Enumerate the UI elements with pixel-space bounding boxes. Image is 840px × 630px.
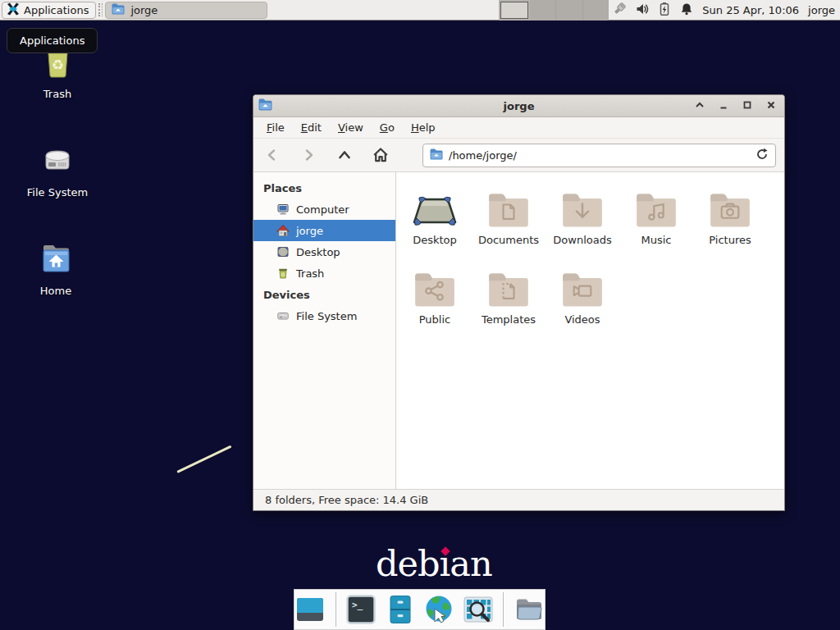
workspace-4[interactable] <box>583 0 609 21</box>
menu-view[interactable]: View <box>330 118 372 137</box>
desktop-icon-home[interactable]: Home <box>11 240 101 297</box>
reload-icon[interactable] <box>756 148 769 163</box>
status-text: 8 folders, Free space: 14.4 GiB <box>265 494 428 506</box>
menu-edit[interactable]: Edit <box>293 118 330 137</box>
sidebar-item-label: jorge <box>296 225 323 237</box>
debian-logo-text: deb <box>376 543 440 584</box>
volume-icon[interactable] <box>636 2 649 18</box>
svg-text:♻: ♻ <box>281 272 285 277</box>
file-item-label: Desktop <box>413 234 457 246</box>
sidebar-item-trash[interactable]: ♻ Trash <box>253 262 395 284</box>
file-view[interactable]: Desktop Documents <box>396 172 784 489</box>
sidebar: Places Computer jorge <box>253 172 396 489</box>
sidebar-item-label: Desktop <box>296 246 340 258</box>
bottom-dock: >_ <box>294 589 546 630</box>
applications-menu-label: Applications <box>24 4 89 16</box>
svg-text:♻: ♻ <box>52 57 64 73</box>
location-bar[interactable]: /home/jorge/ <box>422 144 776 167</box>
shade-button[interactable] <box>695 100 705 112</box>
app-finder-launcher[interactable] <box>463 593 495 626</box>
sidebar-item-label: Trash <box>296 267 324 280</box>
window-titlebar[interactable]: jorge <box>253 95 784 117</box>
home-icon <box>276 224 290 237</box>
desktop-icon-label: File System <box>27 186 88 199</box>
computer-icon <box>276 203 290 216</box>
terminal-launcher[interactable]: >_ <box>345 593 377 626</box>
pictures-folder-icon <box>709 184 751 228</box>
directory-menu-button[interactable] <box>513 593 545 626</box>
home-folder-icon <box>36 240 75 279</box>
sidebar-item-desktop[interactable]: Desktop <box>253 241 395 262</box>
harddrive-icon <box>38 141 77 180</box>
sidebar-item-jorge[interactable]: jorge <box>253 220 395 241</box>
file-item-label: Pictures <box>709 234 751 246</box>
public-folder-icon <box>413 263 456 308</box>
show-desktop-button[interactable] <box>294 593 326 626</box>
taskbar-window-label: jorge <box>130 4 158 16</box>
file-item-label: Public <box>419 313 450 326</box>
home-button[interactable] <box>372 145 390 165</box>
notifications-bell-icon[interactable] <box>680 2 693 18</box>
templates-folder-icon <box>487 263 530 308</box>
sidebar-item-label: File System <box>296 310 357 322</box>
file-item-templates[interactable]: Templates <box>472 263 546 343</box>
downloads-folder-icon <box>561 184 604 228</box>
desktop-icon-label: Trash <box>43 88 71 100</box>
desktop-icon-filesystem[interactable]: File System <box>12 141 103 199</box>
menu-help[interactable]: Help <box>403 118 444 137</box>
music-folder-icon <box>635 184 678 228</box>
battery-icon[interactable] <box>658 2 671 19</box>
statusbar: 8 folders, Free space: 14.4 GiB <box>253 489 784 510</box>
videos-folder-icon <box>561 263 604 308</box>
web-browser-launcher[interactable] <box>423 593 455 626</box>
sidebar-item-filesystem[interactable]: File System <box>253 305 395 326</box>
applications-tooltip: Applications <box>7 28 98 53</box>
workspace-switcher[interactable] <box>499 0 609 21</box>
taskbar-window-button[interactable]: jorge <box>105 2 267 19</box>
workspace-3[interactable] <box>556 0 583 21</box>
file-item-label: Documents <box>478 234 539 246</box>
back-button[interactable] <box>263 145 281 165</box>
file-manager-launcher[interactable] <box>384 593 416 626</box>
file-item-music[interactable]: Music <box>619 184 693 263</box>
dock-separator <box>503 592 504 627</box>
sidebar-item-computer[interactable]: Computer <box>253 199 395 220</box>
close-button[interactable] <box>766 100 776 112</box>
trash-icon: ♻ <box>276 267 290 280</box>
menu-file[interactable]: File <box>258 118 293 137</box>
file-item-label: Videos <box>564 313 600 326</box>
workspace-1[interactable] <box>500 2 528 19</box>
xfce-applications-icon <box>7 2 20 18</box>
file-item-documents[interactable]: Documents <box>472 184 546 263</box>
file-item-videos[interactable]: Videos <box>546 263 619 343</box>
debian-logo-i: ı <box>440 543 450 584</box>
file-item-public[interactable]: Public <box>398 263 472 343</box>
file-item-pictures[interactable]: Pictures <box>693 184 767 263</box>
taskbar-handle[interactable] <box>98 3 103 16</box>
username-label[interactable]: jorge <box>808 4 835 16</box>
menu-go[interactable]: Go <box>372 118 403 137</box>
minimize-button[interactable] <box>719 100 728 112</box>
file-item-desktop[interactable]: Desktop <box>398 184 472 263</box>
forward-button[interactable] <box>299 145 317 165</box>
workspace-2[interactable] <box>530 0 557 21</box>
file-item-downloads[interactable]: Downloads <box>546 184 619 263</box>
clock[interactable]: Sun 25 Apr, 10:06 <box>702 4 799 16</box>
dock-separator <box>336 592 336 627</box>
file-item-label: Templates <box>482 313 536 326</box>
toolbar: /home/jorge/ <box>253 139 784 172</box>
applications-menu-button[interactable]: Applications <box>2 2 96 19</box>
svg-text:>_: >_ <box>352 600 363 610</box>
debian-logo-text-end: an <box>450 543 491 584</box>
up-button[interactable] <box>336 145 354 165</box>
debian-logo: debıan <box>376 543 492 584</box>
path-input[interactable]: /home/jorge/ <box>449 149 750 162</box>
removable-device-icon[interactable] <box>612 2 627 19</box>
folder-icon <box>112 3 125 17</box>
maximize-button[interactable] <box>742 100 752 112</box>
file-item-label: Music <box>641 234 672 246</box>
documents-folder-icon <box>487 184 530 228</box>
desktop-icon <box>276 245 290 258</box>
desktop-large-icon <box>412 184 458 228</box>
sidebar-header-places: Places <box>253 177 395 199</box>
